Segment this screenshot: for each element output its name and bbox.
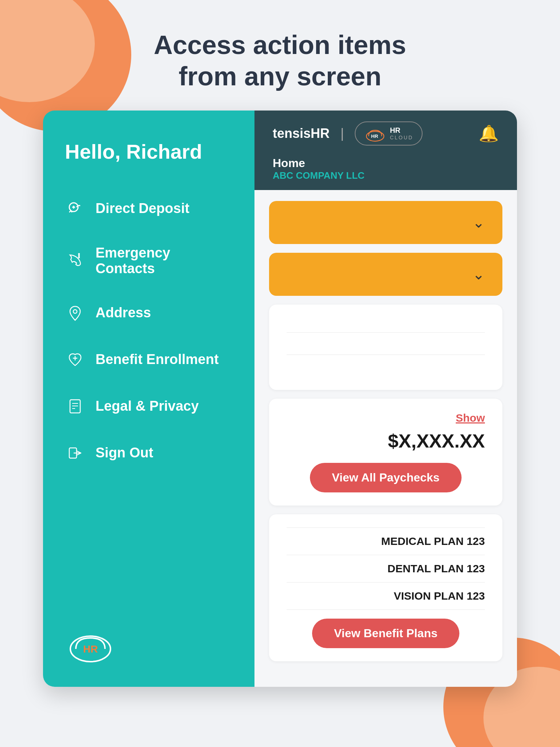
- sidebar-item-benefit-enrollment[interactable]: Benefit Enrollment: [65, 336, 233, 383]
- sidebar-menu: Direct Deposit ! Emergency Contacts: [65, 185, 233, 476]
- phone-alert-icon: !: [65, 251, 85, 271]
- chevron-down-icon-2: ⌄: [472, 266, 485, 283]
- svg-text:HR: HR: [83, 643, 98, 655]
- content-area: ⌄ ⌄ Show $X,XXX.XX View All Paychecks ME…: [254, 190, 517, 687]
- hr-cloud-logo-sidebar: HR: [65, 623, 116, 663]
- benefit-enrollment-label: Benefit Enrollment: [96, 352, 219, 367]
- nav-divider: |: [341, 126, 344, 141]
- vision-plan-row: VISION PLAN 123: [287, 582, 485, 610]
- white-card-row-1: [287, 318, 485, 333]
- white-card-rows: [269, 305, 502, 390]
- brand-name: tensisHR: [273, 126, 330, 141]
- white-card-row-2: [287, 340, 485, 355]
- page-title: Access action items from any screen: [0, 29, 560, 92]
- paycheck-amount: $X,XXX.XX: [287, 430, 485, 452]
- address-label: Address: [96, 305, 151, 321]
- paycheck-show-button[interactable]: Show: [287, 412, 485, 424]
- view-all-paychecks-button[interactable]: View All Paychecks: [310, 463, 461, 492]
- hr-cloud-badge: HR HR CLOUD: [355, 121, 423, 146]
- svg-point-4: [73, 310, 77, 313]
- brand-area: tensisHR | HR HR CLOUD: [273, 121, 423, 146]
- bell-icon[interactable]: 🔔: [479, 124, 499, 143]
- sidebar-footer: HR: [65, 623, 116, 665]
- location-icon: [65, 303, 85, 323]
- paycheck-card: Show $X,XXX.XX View All Paychecks: [269, 399, 502, 506]
- sign-out-label: Sign Out: [96, 445, 153, 461]
- dental-plan-row: DENTAL PLAN 123: [287, 555, 485, 582]
- sidebar-greeting: Hello, Richard: [65, 140, 233, 163]
- nav-subtitle: Home ABC COMPANY LLC: [254, 156, 517, 190]
- document-icon: [65, 396, 85, 417]
- main-content: tensisHR | HR HR CLOUD 🔔: [254, 111, 517, 687]
- nav-company-text: ABC COMPANY LLC: [273, 170, 499, 181]
- main-card-container: Hello, Richard Direct Deposit: [43, 111, 517, 687]
- sidebar-item-address[interactable]: Address: [65, 290, 233, 336]
- cloud-label: HR: [390, 126, 413, 135]
- heart-icon: [65, 349, 85, 370]
- signout-icon: [65, 443, 85, 463]
- page-title-area: Access action items from any screen: [0, 0, 560, 111]
- hr-cloud-icon: HR: [364, 125, 386, 142]
- sidebar-item-sign-out[interactable]: Sign Out: [65, 430, 233, 476]
- chevron-down-icon-1: ⌄: [472, 214, 485, 231]
- medical-plan-row: MEDICAL PLAN 123: [287, 527, 485, 555]
- sidebar-item-emergency-contacts[interactable]: ! Emergency Contacts: [65, 232, 233, 290]
- sidebar-item-legal-privacy[interactable]: Legal & Privacy: [65, 383, 233, 430]
- yellow-card-1[interactable]: ⌄: [269, 201, 502, 244]
- view-benefit-plans-button[interactable]: View Benefit Plans: [312, 619, 459, 648]
- svg-text:!: !: [78, 253, 80, 259]
- nav-home-text: Home: [273, 156, 499, 170]
- bank-icon: [65, 198, 85, 219]
- direct-deposit-label: Direct Deposit: [96, 201, 190, 216]
- yellow-card-2[interactable]: ⌄: [269, 253, 502, 296]
- emergency-contacts-label: Emergency Contacts: [96, 245, 233, 276]
- white-card-row-3: [287, 362, 485, 377]
- benefits-card: MEDICAL PLAN 123 DENTAL PLAN 123 VISION …: [269, 514, 502, 661]
- sidebar-item-direct-deposit[interactable]: Direct Deposit: [65, 185, 233, 232]
- svg-text:HR: HR: [371, 133, 378, 139]
- cloud-sub-label: CLOUD: [390, 135, 413, 140]
- sidebar: Hello, Richard Direct Deposit: [43, 111, 254, 687]
- top-nav: tensisHR | HR HR CLOUD 🔔: [254, 111, 517, 156]
- legal-privacy-label: Legal & Privacy: [96, 398, 199, 414]
